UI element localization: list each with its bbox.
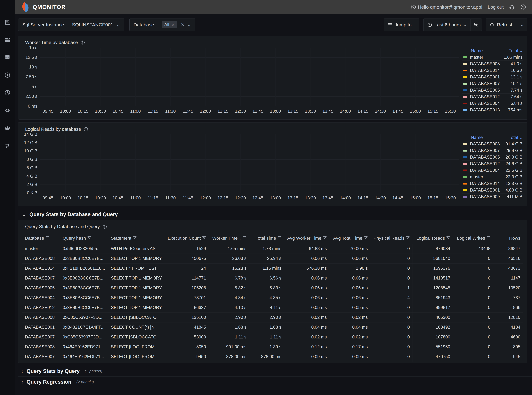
legend-col-name[interactable]: Name (471, 48, 483, 53)
query-hash-link[interactable]: 0x3E80B8CC6E7B... (60, 293, 108, 303)
x-axis-tick: 11:00 (130, 195, 141, 201)
query-hash-link[interactable]: 0xC85C53907F3D... (60, 332, 108, 342)
legend-item[interactable]: DATABASE013354 MiB (462, 200, 523, 201)
query-hash-link[interactable]: 0xB4821C7E1A4FF... (60, 322, 108, 332)
filter-icon[interactable] (487, 236, 490, 240)
legend-col-name[interactable]: Name (471, 135, 483, 140)
database-icon[interactable] (4, 54, 11, 60)
jump-to-button[interactable]: Jump to... (384, 18, 419, 31)
legend-item[interactable]: DATABASE00710.1 s (462, 80, 523, 87)
section-query-stats-by-query[interactable]: › Query Stats by Query (2 panels) (18, 366, 527, 377)
table-cell: 4690 (493, 332, 523, 342)
database-filter[interactable]: Database All ✕ ✕ ⌄ (129, 18, 195, 31)
table-cell: 2.90 s (249, 313, 284, 322)
legend-item[interactable]: DATABASE01224.6 GiB (462, 160, 523, 167)
query-hash-link[interactable]: 0x464E9162ED971... (60, 342, 108, 352)
table-cell: 12810 (493, 313, 523, 322)
logout-link[interactable]: Log out (488, 4, 504, 10)
legend-item[interactable]: DATABASE00891.4 GiB (462, 141, 523, 147)
time-range-picker[interactable]: Last 6 hours ⌄ (423, 18, 471, 31)
bar-chart-icon[interactable] (4, 19, 11, 25)
database-filter-value[interactable]: All ✕ ✕ ⌄ (158, 19, 195, 31)
legend-item[interactable]: DATABASE003573 ms (462, 113, 523, 115)
query-hash-link[interactable]: 0xC85C53907F3D... (60, 313, 108, 322)
query-hash-link[interactable]: 0x3E80B8CC6E7B... (60, 273, 108, 283)
info-icon[interactable] (83, 127, 88, 132)
clock-icon[interactable] (4, 90, 11, 96)
table-cell: SELECT TOP 1 MEMORY (108, 303, 165, 313)
sort-desc-icon[interactable]: ↓ (239, 236, 241, 241)
legend-item[interactable]: DATABASE0057.74 s (462, 87, 523, 93)
zoom-out-button[interactable] (471, 18, 482, 31)
legend-item[interactable]: DATABASE009411 MiB (462, 193, 523, 200)
column-header[interactable]: Avg Total Time (330, 233, 371, 244)
legend-item[interactable]: DATABASE00729.8 GiB (462, 147, 523, 154)
filter-icon[interactable] (87, 236, 91, 240)
support-headset-icon[interactable] (509, 4, 515, 10)
gear-icon[interactable] (4, 107, 11, 114)
legend-col-total[interactable]: Total ⌄ (509, 135, 522, 140)
filter-icon[interactable] (202, 236, 206, 240)
filter-icon[interactable] (277, 236, 282, 240)
legend-item[interactable]: DATABASE00422.6 GiB (462, 167, 523, 174)
legend-item[interactable]: DATABASE0046.84 s (462, 100, 523, 107)
query-hash-link[interactable]: 0x464E9162ED971... (60, 352, 108, 362)
column-header[interactable]: Avg Worker Time (284, 233, 330, 244)
query-hash-link[interactable]: 0xF218FB28601118... (60, 263, 108, 273)
legend-item[interactable]: master1.86 mins (462, 54, 523, 61)
column-header[interactable]: Statement (108, 233, 165, 244)
y-axis-tick: 2 GiB (26, 182, 39, 187)
info-icon[interactable] (80, 40, 85, 45)
column-header[interactable]: Rows (493, 233, 523, 244)
query-hash-link[interactable]: 0x3E80B8CC6E7B... (60, 303, 108, 313)
help-icon[interactable] (520, 4, 526, 10)
column-header[interactable]: Execution Count (165, 233, 209, 244)
swap-arrows-icon[interactable] (4, 143, 11, 149)
legend-item[interactable]: DATABASE00841.0 s (462, 61, 523, 67)
filter-icon[interactable] (45, 236, 50, 240)
crown-icon[interactable] (4, 125, 11, 131)
column-header[interactable]: Physical Reads (371, 233, 413, 244)
column-header[interactable]: Worker Time↓ (209, 233, 249, 244)
y-axis-tick: 0 KiB (27, 190, 39, 195)
column-header[interactable]: Query hash (60, 233, 108, 244)
column-header[interactable]: Logical Writes (453, 233, 493, 244)
legend-item[interactable]: DATABASE0127.64 s (462, 93, 523, 100)
clear-icon[interactable]: ✕ (181, 22, 185, 27)
query-hash-link[interactable]: 0x5660D2330555... (60, 244, 108, 253)
refresh-interval-dropdown[interactable]: ⌄ (517, 18, 527, 31)
legend-item[interactable]: DATABASE0014.63 GiB (462, 187, 523, 193)
legend-col-total[interactable]: Total ⌄ (509, 48, 522, 53)
query-hash-link[interactable]: 0x3E80B8CC6E7B... (60, 283, 108, 293)
column-header[interactable]: Logical Reads (413, 233, 453, 244)
legend-item[interactable]: DATABASE00113.1 s (462, 74, 523, 80)
query-hash-link[interactable]: 0x3E80B8CC6E7B... (60, 253, 108, 263)
legend-item[interactable]: DATABASE01413.3 GiB (462, 180, 523, 187)
x-axis-tick: 12:45 (253, 195, 263, 201)
refresh-button[interactable]: Refresh (486, 18, 517, 31)
filter-icon[interactable] (133, 236, 137, 240)
database-chip-all[interactable]: All ✕ (162, 21, 177, 28)
series-color-swatch (463, 150, 467, 152)
chip-remove-icon[interactable]: ✕ (171, 22, 175, 27)
legend-item[interactable]: master22.3 GiB (462, 174, 523, 180)
filter-icon[interactable] (446, 236, 450, 240)
servers-icon[interactable] (4, 37, 11, 43)
info-icon[interactable] (102, 224, 107, 229)
instance-filter[interactable]: Sql Server Instance SQLINSTANCE001 ⌄ (18, 18, 124, 31)
legend-item[interactable]: DATABASE00526.3 GiB (462, 154, 523, 160)
column-header[interactable]: Database (22, 233, 60, 244)
x-axis-tick: 10:15 (78, 109, 89, 114)
legend-item[interactable]: DATABASE013754 ms (462, 107, 523, 113)
column-header[interactable]: Total Time (249, 233, 284, 244)
filter-icon[interactable] (243, 236, 246, 240)
legend-item[interactable]: DATABASE01416.5 s (462, 67, 523, 74)
filter-icon[interactable] (364, 236, 368, 240)
section-query-stats-db[interactable]: ⌄ Query Stats by Database and Query (18, 209, 527, 220)
filter-icon[interactable] (406, 236, 410, 240)
table-cell: 1.65 mins (209, 244, 249, 253)
filter-icon[interactable] (323, 236, 327, 240)
instance-filter-value[interactable]: SQLINSTANCE001 ⌄ (68, 19, 124, 31)
section-query-regression[interactable]: › Query Regression (2 panels) (18, 377, 527, 387)
record-icon[interactable] (4, 72, 11, 78)
